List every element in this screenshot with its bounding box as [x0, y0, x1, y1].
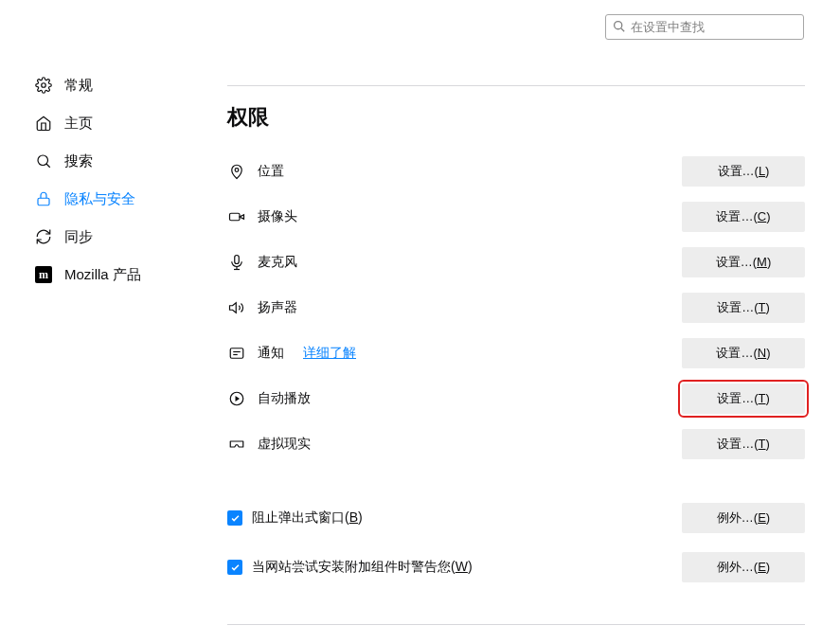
sidebar-item-label: 主页: [64, 115, 93, 133]
permission-label: 扬声器: [258, 299, 297, 316]
sidebar-item-general[interactable]: 常规: [34, 66, 205, 104]
location-icon: [227, 162, 246, 181]
sidebar-item-label: 同步: [64, 228, 93, 246]
divider: [227, 624, 805, 625]
svg-rect-5: [38, 198, 49, 205]
sidebar-item-home[interactable]: 主页: [34, 104, 205, 142]
home-icon: [34, 114, 53, 133]
svg-rect-11: [230, 348, 243, 359]
notification-icon: [227, 344, 246, 363]
svg-line-1: [621, 27, 624, 30]
sidebar-item-privacy[interactable]: 隐私与安全: [34, 180, 205, 218]
sidebar: 常规 主页 搜索 隐私与安全 同步 m Mozilla 产品: [34, 66, 205, 294]
permission-row-vr: 虚拟现实 设置…(T): [227, 421, 805, 467]
exceptions-button-popup[interactable]: 例外…(E): [682, 503, 805, 533]
svg-point-6: [235, 169, 239, 172]
microphone-icon: [227, 253, 246, 272]
autoplay-icon: [227, 389, 246, 408]
lock-icon: [34, 189, 53, 208]
svg-point-0: [615, 21, 622, 28]
sidebar-item-mozilla[interactable]: m Mozilla 产品: [34, 256, 205, 294]
search-icon: [613, 20, 625, 35]
checkbox-row-addon-warn: 当网站尝试安装附加组件时警告您(W) 例外…(E): [227, 543, 805, 592]
permission-label: 虚拟现实: [258, 436, 311, 453]
permission-row-camera: 摄像头 设置…(C): [227, 194, 805, 240]
checkbox-label: 当网站尝试安装附加组件时警告您(W): [252, 559, 473, 576]
svg-line-4: [46, 164, 50, 168]
permission-row-microphone: 麦克风 设置…(M): [227, 240, 805, 285]
mozilla-icon: m: [34, 265, 53, 284]
settings-button-location[interactable]: 设置…(L): [682, 156, 805, 187]
permission-row-notifications: 通知 详细了解 设置…(N): [227, 330, 805, 376]
settings-button-microphone[interactable]: 设置…(M): [682, 247, 805, 277]
vr-icon: [227, 435, 246, 454]
permission-row-location: 位置 设置…(L): [227, 149, 805, 194]
speaker-icon: [227, 298, 246, 317]
permission-label: 位置: [258, 163, 284, 180]
settings-button-autoplay[interactable]: 设置…(T): [682, 384, 805, 414]
gear-icon: [34, 76, 53, 95]
permission-label: 摄像头: [258, 208, 297, 225]
checkbox-label: 阻止弹出式窗口(B): [252, 509, 363, 527]
sync-icon: [34, 227, 53, 246]
search-input[interactable]: [605, 14, 804, 40]
checkbox-addon-warn[interactable]: [227, 560, 242, 575]
settings-button-speaker[interactable]: 设置…(T): [682, 293, 805, 323]
svg-rect-7: [230, 213, 241, 221]
checkbox-popup[interactable]: [227, 510, 242, 526]
permission-label: 自动播放: [258, 390, 311, 407]
exceptions-button-addon[interactable]: 例外…(E): [682, 552, 805, 582]
permissions-title: 权限: [227, 103, 805, 132]
permission-label: 麦克风: [258, 254, 297, 271]
learn-more-link[interactable]: 详细了解: [303, 345, 356, 362]
sidebar-item-label: 搜索: [64, 152, 93, 170]
permission-row-speaker: 扬声器 设置…(T): [227, 285, 805, 330]
svg-rect-8: [235, 256, 240, 264]
divider: [227, 85, 805, 86]
svg-point-3: [38, 155, 48, 166]
settings-button-vr[interactable]: 设置…(T): [682, 429, 805, 459]
settings-button-notifications[interactable]: 设置…(N): [682, 338, 805, 368]
sidebar-item-sync[interactable]: 同步: [34, 218, 205, 256]
permission-label: 通知: [258, 345, 284, 362]
content-area: 权限 位置 设置…(L) 摄像头 设置…(C) 麦克风 设置…(M): [227, 85, 805, 643]
sidebar-item-search[interactable]: 搜索: [34, 142, 205, 180]
svg-point-2: [42, 83, 46, 88]
checkbox-row-popup: 阻止弹出式窗口(B) 例外…(E): [227, 493, 805, 543]
search-icon: [34, 152, 53, 170]
permission-row-autoplay: 自动播放 设置…(T): [227, 376, 805, 421]
sidebar-item-label: 常规: [64, 77, 93, 95]
camera-icon: [227, 207, 246, 226]
sidebar-item-label: Mozilla 产品: [64, 266, 141, 284]
sidebar-item-label: 隐私与安全: [64, 190, 135, 208]
settings-button-camera[interactable]: 设置…(C): [682, 202, 805, 232]
